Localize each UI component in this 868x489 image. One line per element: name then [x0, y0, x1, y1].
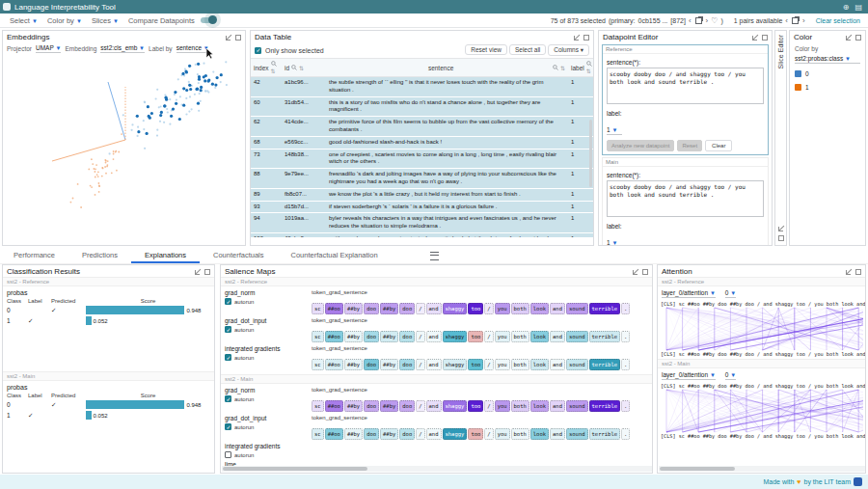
only-show-selected-checkbox[interactable]: [255, 47, 261, 54]
salience-token: doo: [399, 331, 415, 342]
tab-explanations[interactable]: Explanations: [131, 248, 200, 263]
layer-select[interactable]: layer_0/attention ▼: [662, 371, 716, 380]
label-by-select[interactable]: sentence ▼: [176, 44, 209, 53]
maximize-icon[interactable]: [574, 35, 580, 41]
prev-datapoint-icon[interactable]: ‹: [689, 16, 692, 25]
autorun-checkbox[interactable]: [225, 423, 231, 430]
tab-predictions[interactable]: Predictions: [68, 248, 131, 263]
autorun-checkbox[interactable]: [225, 395, 231, 402]
maximize-icon[interactable]: [778, 226, 784, 231]
main-label-select[interactable]: 1 ▼: [607, 239, 622, 246]
reference-sentence-input[interactable]: scooby dooby doo / and shaggy too / you …: [607, 68, 764, 104]
table-row[interactable]: 889e79ee...fresnadillo 's dark and jolti…: [251, 169, 593, 189]
reset-button[interactable]: Reset: [677, 140, 702, 151]
drag-handle-icon[interactable]: [430, 252, 439, 260]
cell-id: 414cde...: [282, 117, 326, 136]
column-header-id[interactable]: id ⇅: [282, 59, 326, 76]
prev-pair-icon[interactable]: ‹: [785, 16, 788, 25]
reset-view-button[interactable]: Reset view: [465, 44, 507, 55]
select-all-button[interactable]: Select all: [509, 44, 546, 55]
copy-icon[interactable]: [695, 17, 702, 24]
table-row[interactable]: 941019aa...byler reveals his characters …: [251, 213, 593, 233]
autorun-checkbox[interactable]: [225, 451, 231, 458]
salience-method-row: grad_normautoruntoken_grad_sentencesc##o…: [225, 289, 648, 314]
color-by-select[interactable]: sst2:probas:class ▼: [795, 55, 860, 64]
table-row[interactable]: 68e569cc...good old-fashioned slash-and-…: [251, 137, 593, 149]
column-header-index[interactable]: index ⇅: [251, 59, 282, 76]
table-scrollbar[interactable]: [589, 120, 592, 187]
fullscreen-icon[interactable]: [204, 269, 210, 275]
fullscreen-icon[interactable]: [583, 35, 589, 41]
table-row[interactable]: 93d15b7d...if steven soderbergh 's ` sol…: [251, 202, 593, 214]
layer-select[interactable]: layer_0/attention ▼: [662, 289, 716, 298]
maximize-icon[interactable]: [846, 269, 852, 275]
maximize-icon[interactable]: [752, 35, 758, 41]
head-select[interactable]: 0 ▼: [725, 371, 736, 380]
maximize-icon[interactable]: [226, 35, 231, 41]
table-row[interactable]: 73148b38...one of creepiest , scariest m…: [251, 149, 593, 170]
tab-performance[interactable]: Performance: [0, 248, 68, 263]
salience-token: shaggy: [443, 428, 468, 440]
favorite-icon[interactable]: ♡: [711, 16, 718, 25]
next-datapoint-icon[interactable]: ›: [706, 16, 709, 25]
maximize-icon[interactable]: [633, 269, 638, 275]
salience-token: /: [416, 428, 424, 440]
salience-token: and: [550, 303, 565, 314]
autorun-checkbox[interactable]: [225, 354, 231, 361]
fullscreen-icon[interactable]: [855, 35, 861, 41]
color-panel: Color Color by sst2:probas:class ▼ 01: [789, 30, 866, 246]
table-row[interactable]: 6031db54...this is a story of two misfit…: [251, 97, 593, 118]
lit-app: Language Interpretability Tool ⊕ ▤ Selec…: [0, 0, 868, 489]
legend-swatch: [795, 84, 801, 91]
tab-counterfactuals[interactable]: Counterfactuals: [200, 248, 278, 263]
salience-token: doo: [399, 428, 415, 440]
table-row[interactable]: 62414cde...the primitive force of this f…: [251, 117, 593, 137]
tab-counterfactual-explanation[interactable]: Counterfactual Explanation: [278, 248, 392, 263]
salience-token: too: [468, 359, 483, 370]
pair-copy-icon[interactable]: [792, 17, 799, 24]
head-select[interactable]: 0 ▼: [725, 289, 736, 298]
fullscreen-icon[interactable]: [855, 269, 861, 275]
link-icon[interactable]: ⊕: [843, 3, 850, 12]
docs-icon[interactable]: ▤: [854, 3, 862, 12]
salience-method-info: grad_normautorun: [225, 289, 312, 314]
cell-id: e569cc...: [282, 137, 326, 149]
slices-menu[interactable]: Slices ▼: [92, 16, 119, 25]
reference-label-select[interactable]: 1 ▼: [607, 126, 622, 135]
model-section-label: sst2 - Reference: [658, 277, 865, 286]
slice-editor-strip[interactable]: Slice Editor: [774, 30, 787, 246]
clear-button[interactable]: Clear: [705, 140, 732, 151]
fullscreen-icon[interactable]: [762, 35, 768, 41]
main-sentence-input[interactable]: scooby dooby doo / and shaggy too / you …: [607, 180, 764, 217]
hscroll-thumb[interactable]: [223, 467, 367, 471]
embeddings-scatter[interactable]: [3, 55, 245, 238]
select-menu[interactable]: Select ▼: [10, 16, 38, 25]
color-by-menu[interactable]: Color by ▼: [47, 16, 82, 25]
hscroll-thumb[interactable]: [660, 467, 735, 471]
columns-button[interactable]: Columns ▾: [548, 44, 589, 56]
salience-method-row: integrated gradientsautoruntoken_grad_se…: [225, 345, 648, 370]
table-row[interactable]: 89fb8c07...we know the plot 's a little …: [251, 189, 593, 202]
column-header-sentence[interactable]: sentence ⇅: [326, 59, 568, 76]
color-by-label: Color by: [795, 45, 860, 52]
clear-selection-link[interactable]: Clear selection: [816, 17, 860, 24]
next-pair-icon[interactable]: ›: [802, 16, 805, 25]
projector-select[interactable]: UMAP ▼: [36, 44, 61, 53]
salience-main-section: grad_normautoruntoken_grad_sentencesc##o…: [221, 387, 652, 470]
analyze-button[interactable]: Analyze new datapoint: [607, 140, 674, 151]
maximize-icon[interactable]: [846, 35, 852, 41]
compare-datapoints-toggle[interactable]: [201, 17, 215, 23]
fullscreen-icon[interactable]: [235, 35, 241, 41]
fullscreen-icon[interactable]: [642, 269, 648, 275]
maximize-icon[interactable]: [195, 269, 201, 275]
fullscreen-icon[interactable]: [778, 235, 784, 241]
label-check: ✓: [28, 412, 51, 420]
lit-footer-logo-icon: [854, 477, 862, 486]
section-label: Main: [603, 158, 768, 167]
autorun-checkbox[interactable]: [225, 326, 231, 333]
table-row[interactable]: 42a1bc96...the subtle strength of `` ell…: [251, 77, 593, 97]
embedding-select[interactable]: sst2:cls_emb ▼: [100, 44, 145, 53]
autorun-checkbox[interactable]: [225, 298, 231, 305]
table-row[interactable]: 10040aba9...neither parker nor donovan i…: [251, 233, 593, 237]
column-header-label[interactable]: label ⇅: [568, 59, 593, 76]
